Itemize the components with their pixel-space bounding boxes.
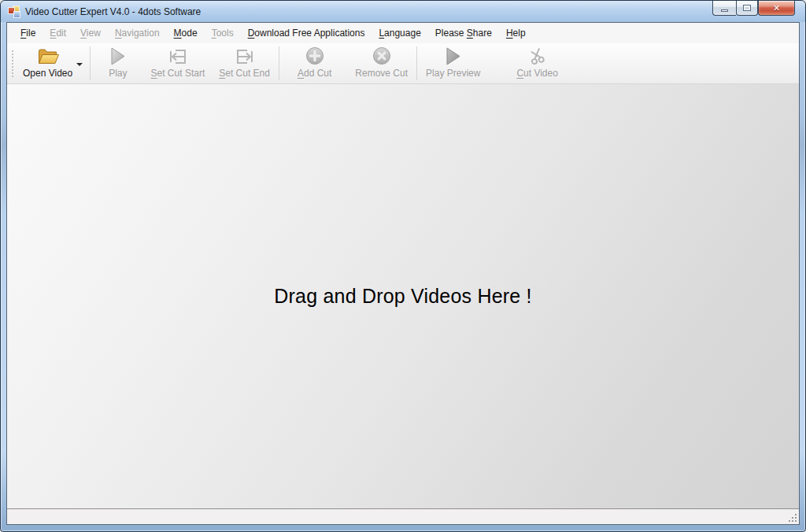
toolbar-separator: [416, 46, 417, 80]
play-preview-label: Play Preview: [426, 68, 480, 79]
remove-circle-icon: [372, 46, 392, 66]
menu-label: Mode: [174, 28, 198, 39]
play-button[interactable]: Play: [102, 44, 134, 83]
menu-label: Tools: [212, 28, 234, 39]
status-bar: [7, 508, 799, 524]
add-circle-icon: [305, 46, 325, 66]
minimize-icon: [721, 9, 728, 12]
set-cut-start-label: Set Cut Start: [151, 68, 205, 79]
toolbar: Open Video Play: [7, 43, 799, 84]
play-icon: [109, 46, 127, 66]
title-bar[interactable]: Video Cutter Expert V4.0 - 4dots Softwar…: [1, 1, 805, 22]
cut-start-icon: [168, 46, 188, 66]
menu-label: File: [20, 28, 35, 39]
drop-area[interactable]: Drag and Drop Videos Here !: [7, 84, 799, 508]
open-video-label: Open Video: [23, 68, 72, 79]
menu-navigation[interactable]: Navigation: [108, 23, 167, 43]
close-icon: ✕: [773, 4, 780, 13]
cut-end-icon: [235, 46, 255, 66]
toolbar-separator: [279, 46, 279, 80]
window-controls: ✕: [712, 1, 795, 16]
menu-label: Edit: [50, 28, 66, 39]
toolbar-separator: [90, 46, 91, 80]
menu-please-share[interactable]: Please Share: [428, 23, 499, 43]
play-preview-icon: [444, 46, 462, 66]
menu-label: View: [80, 28, 101, 39]
scissors-icon: [527, 46, 548, 66]
open-video-button[interactable]: Open Video: [16, 44, 87, 83]
add-cut-button[interactable]: Add Cut: [290, 44, 338, 83]
set-cut-end-button[interactable]: Set Cut End: [212, 44, 277, 83]
toolbar-grip[interactable]: [10, 50, 14, 77]
menu-label: Please Share: [435, 28, 492, 39]
remove-cut-label: Remove Cut: [355, 68, 408, 79]
cut-video-label: Cut Video: [516, 68, 558, 79]
menu-mode[interactable]: Mode: [167, 23, 205, 43]
remove-cut-button[interactable]: Remove Cut: [348, 44, 415, 83]
maximize-icon: [743, 5, 751, 11]
minimize-button[interactable]: [712, 1, 736, 16]
close-button[interactable]: ✕: [758, 1, 795, 16]
menu-download-free-applications[interactable]: Download Free Applications: [241, 23, 372, 43]
set-cut-start-button[interactable]: Set Cut Start: [144, 44, 213, 83]
app-window: Video Cutter Expert V4.0 - 4dots Softwar…: [0, 0, 806, 532]
menu-language[interactable]: Language: [372, 23, 427, 43]
app-icon: [8, 6, 20, 18]
menu-bar: File Edit View Navigation Mode Tools Dow…: [7, 23, 799, 43]
open-video-dropdown-arrow[interactable]: [76, 63, 83, 66]
set-cut-end-label: Set Cut End: [219, 68, 270, 79]
play-label: Play: [109, 68, 127, 79]
maximize-button[interactable]: [736, 1, 758, 16]
menu-label: Navigation: [115, 28, 160, 39]
menu-help[interactable]: Help: [499, 23, 533, 43]
menu-edit[interactable]: Edit: [43, 23, 73, 43]
menu-view[interactable]: View: [73, 23, 108, 43]
drop-message: Drag and Drop Videos Here !: [274, 285, 531, 308]
cut-video-button[interactable]: Cut Video: [509, 44, 565, 83]
window-title: Video Cutter Expert V4.0 - 4dots Softwar…: [25, 6, 201, 17]
menu-file[interactable]: File: [13, 23, 43, 43]
menu-label: Help: [506, 28, 526, 39]
resize-grip[interactable]: [788, 513, 797, 523]
folder-open-icon: [36, 46, 60, 66]
menu-label: Language: [379, 28, 420, 39]
menu-tools[interactable]: Tools: [205, 23, 241, 43]
add-cut-label: Add Cut: [298, 68, 331, 79]
client-area: File Edit View Navigation Mode Tools Dow…: [6, 22, 800, 525]
play-preview-button[interactable]: Play Preview: [419, 44, 487, 83]
app-icon-blue-square: [13, 11, 20, 18]
menu-label: Download Free Applications: [248, 28, 365, 39]
